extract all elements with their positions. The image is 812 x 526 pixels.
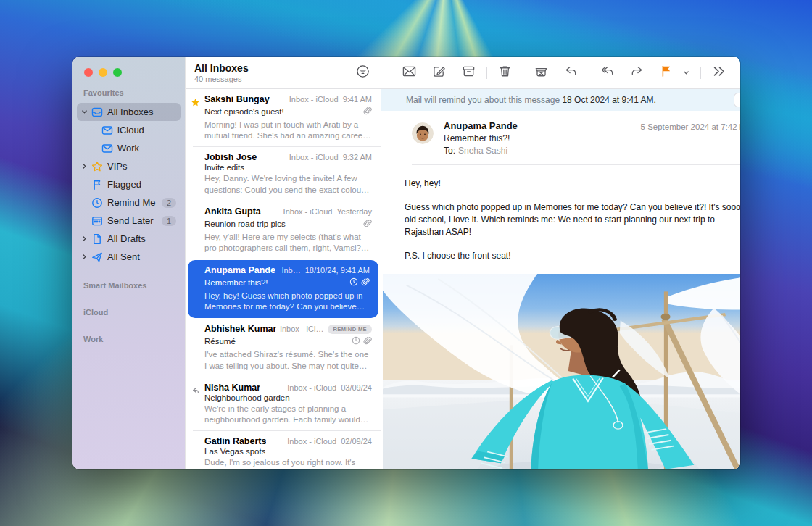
minimize-window-button[interactable] [99,68,107,77]
reply-all-button[interactable] [600,64,614,80]
window-controls [72,62,185,88]
chevron-down-icon[interactable] [81,108,90,117]
message-preview: Hey, hey! Guess which photo popped up in… [204,291,370,312]
archive-button[interactable] [462,64,476,80]
sender: Sakshi Bungay [204,94,270,104]
reply-button[interactable] [564,64,578,80]
chevron-spacer [81,199,90,207]
mail-icon [402,64,416,80]
sidebar-item-all-inboxes[interactable]: All Inboxes [77,103,181,121]
edit-reminder-button[interactable]: Edit [734,93,740,107]
delete-button[interactable] [498,64,512,80]
message-date: 02/09/24 [341,437,372,446]
sidebar-item-label: Send Later [107,215,162,226]
sidebar-section-smart-mailboxes[interactable]: Smart Mailboxes [72,281,185,293]
paperclip-icon [363,105,372,118]
calendar-icon [91,215,103,227]
sidebar-item-icloud[interactable]: iCloud [77,121,181,139]
tray-icon [91,107,103,118]
message-list-header: All Inboxes 40 messages [186,57,381,89]
mailbox-label: Inb… [281,266,300,275]
zoom-window-button[interactable] [113,68,122,77]
sidebar-item-send-later[interactable]: Send Later1 [77,212,181,230]
chevron-right-icon[interactable] [81,162,90,171]
sender: Nisha Kumar [204,383,260,393]
compose-button[interactable] [432,64,446,80]
sidebar-item-label: All Drafts [107,233,181,244]
message-row-anupama-pande[interactable]: Anupama PandeInb…18/10/24, 9:41 AMRememb… [188,260,378,318]
doc-icon [91,233,103,245]
clock-icon [352,335,360,348]
flag-menu-button[interactable] [683,64,689,80]
sidebar-item-all-drafts[interactable]: All Drafts [77,230,181,248]
message-row-gatlin-raberts[interactable]: Gatlin RabertsInbox - iCloud02/09/24Las … [186,431,381,469]
sidebar-item-label: All Sent [107,251,181,262]
subject: Reunion road trip pics [204,220,286,228]
plane-icon [91,251,103,263]
sender: Gatlin Raberts [204,436,266,446]
sidebar-item-remind-me[interactable]: Remind Me2 [77,193,181,212]
archive-icon [462,64,476,80]
get-mail-button[interactable] [402,64,416,80]
forward-button[interactable] [630,64,644,80]
message-preview: I've attached Shiraz's résumé. She's the… [204,349,372,371]
toolbar-separator [523,67,523,79]
sidebar-item-vips[interactable]: VIPs [77,157,181,175]
chevron-spacer [81,180,90,189]
sidebar: Favourites All InboxesiCloudWorkVIPsFlag… [72,57,185,469]
toolbar [381,57,740,89]
chevron-spacer [81,126,90,135]
body-greeting: Hey, hey! [405,178,740,190]
subject: Résumé [204,337,236,346]
filter-button[interactable] [355,64,370,80]
message-preview: Hey, y'all! Here are my selects (that's … [204,232,372,254]
chevron-right-icon[interactable] [81,253,90,262]
avatar [412,122,434,144]
reminder-datetime: 18 Oct 2024 at 9:41 AM. [562,95,655,105]
message-row-nisha-kumar[interactable]: Nisha KumarInbox - iCloud03/09/24Neighbo… [186,377,381,431]
flag-button[interactable] [660,64,674,80]
header-divider [412,164,740,165]
mailbox-label: Inbox - iCloud [289,153,339,162]
message-row-abhishek-kumar[interactable]: Abhishek KumarInbox - iCl…REMIND MERésum… [186,319,381,377]
trash-icon [498,64,512,80]
reminder-text: Mail will remind you about this message … [406,95,656,105]
subject: Invite edits [204,163,244,172]
sidebar-item-work[interactable]: Work [77,139,181,157]
sidebar-items: All InboxesiCloudWorkVIPsFlaggedRemind M… [72,103,185,266]
sidebar-section-icloud[interactable]: iCloud [72,308,185,320]
sidebar-item-label: VIPs [107,161,181,172]
sidebar-item-flagged[interactable]: Flagged [77,175,181,193]
message-body: Hey, hey! Guess which photo popped up in… [381,165,740,274]
filter-icon [356,70,370,80]
mailbox-label: Inbox - iCl… [280,325,324,333]
mailbox-label: Inbox - iCloud [287,437,336,446]
message-row-jobish-jose[interactable]: Jobish JoseInbox - iCloud9:32 AMInvite e… [186,147,381,201]
remind-me-badge: REMIND ME [328,325,372,334]
message-row-ankita-gupta[interactable]: Ankita GuptaInbox - iCloudYesterdayReuni… [186,201,381,259]
toolbar-separator [589,67,589,79]
photo-attachment-image [383,274,740,469]
mailbox-label: Inbox - iCloud [289,95,339,104]
clock-icon [349,276,358,289]
clock-icon [91,197,103,209]
close-window-button[interactable] [84,68,93,77]
sidebar-section-work[interactable]: Work [72,335,185,346]
paperclip-icon [363,335,372,348]
sidebar-item-label: Work [117,143,181,154]
toolbar-separator [486,67,487,79]
chevron-right-icon[interactable] [81,235,90,243]
sender: Abhishek Kumar [204,324,276,334]
more-toolbar-items-button[interactable] [712,64,726,80]
junk-button[interactable] [534,64,548,80]
sidebar-item-label: All Inboxes [107,107,181,117]
message-date: 5 September 2024 at 7:42 PM [641,122,740,131]
sidebar-item-label: Flagged [107,179,181,190]
sidebar-item-all-sent[interactable]: All Sent [77,248,181,266]
message-header: Anupama Pande Remember this?! To:Sneha S… [381,111,740,165]
message-row-sakshi-bungay[interactable]: Sakshi BungayInbox - iCloud9:41 AMNext e… [186,89,381,147]
sender: Jobish Jose [204,152,257,162]
photo-attachment[interactable] [383,274,740,469]
recipient-name: Sneha Sashi [458,146,508,156]
subject: Neighbourhood garden [204,393,290,402]
